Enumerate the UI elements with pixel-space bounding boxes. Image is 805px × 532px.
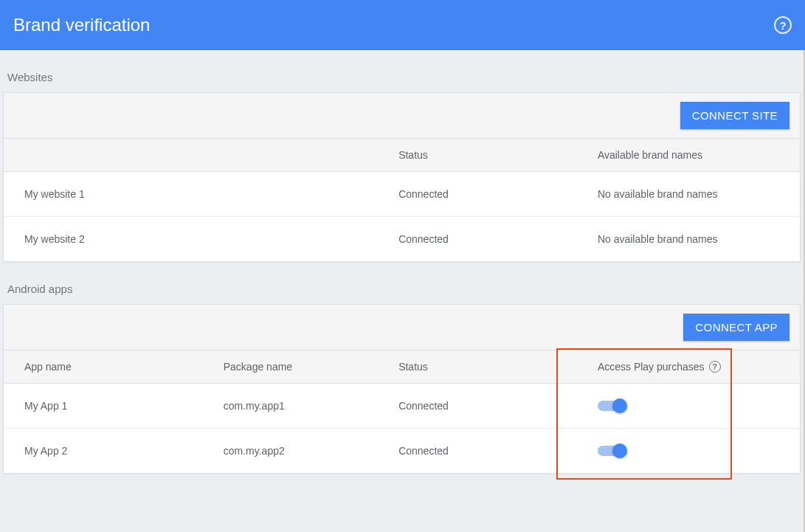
page-title: Brand verification bbox=[13, 15, 150, 35]
website-name: My website 1 bbox=[4, 172, 378, 217]
app-status: Connected bbox=[378, 384, 577, 429]
website-brand: No available brand names bbox=[577, 172, 800, 217]
apps-section-label: Android apps bbox=[3, 262, 801, 304]
websites-col-brand: Available brand names bbox=[577, 139, 800, 172]
website-status: Connected bbox=[378, 217, 577, 262]
apps-card: CONNECT APP App name Package name Status… bbox=[3, 304, 801, 474]
access-play-toggle[interactable] bbox=[598, 401, 626, 411]
websites-col-name bbox=[4, 139, 378, 172]
websites-col-status: Status bbox=[378, 139, 577, 172]
apps-card-actionbar: CONNECT APP bbox=[4, 305, 800, 350]
help-icon[interactable]: ? bbox=[774, 16, 792, 34]
apps-col-access-label: Access Play purchases bbox=[598, 361, 705, 373]
table-row: My App 1 com.my.app1 Connected bbox=[4, 384, 800, 429]
table-row: My website 2 Connected No available bran… bbox=[4, 217, 800, 262]
apps-col-access: Access Play purchases ? bbox=[577, 350, 800, 384]
help-small-icon[interactable]: ? bbox=[709, 361, 721, 373]
connect-site-button[interactable]: CONNECT SITE bbox=[680, 102, 790, 129]
app-status: Connected bbox=[378, 429, 577, 474]
apps-col-status: Status bbox=[378, 350, 577, 384]
page-content: Websites CONNECT SITE Status Available b… bbox=[0, 50, 805, 532]
apps-table: App name Package name Status Access Play… bbox=[4, 350, 800, 473]
table-row: My website 1 Connected No available bran… bbox=[4, 172, 800, 217]
app-package: com.my.app2 bbox=[203, 429, 378, 474]
websites-card: CONNECT SITE Status Available brand name… bbox=[3, 92, 801, 262]
website-name: My website 2 bbox=[4, 217, 378, 262]
app-access-toggle-cell bbox=[577, 429, 800, 474]
table-row: My App 2 com.my.app2 Connected bbox=[4, 429, 800, 474]
websites-table: Status Available brand names My website … bbox=[4, 139, 800, 261]
website-status: Connected bbox=[378, 172, 577, 217]
apps-col-name: App name bbox=[4, 350, 203, 384]
app-name: My App 2 bbox=[4, 429, 203, 474]
app-name: My App 1 bbox=[4, 384, 203, 429]
app-access-toggle-cell bbox=[577, 384, 800, 429]
connect-app-button[interactable]: CONNECT APP bbox=[683, 314, 790, 341]
access-play-toggle[interactable] bbox=[598, 446, 626, 456]
apps-col-package: Package name bbox=[203, 350, 378, 384]
page-header: Brand verification ? bbox=[0, 0, 805, 50]
websites-section-label: Websites bbox=[3, 50, 801, 92]
app-package: com.my.app1 bbox=[203, 384, 378, 429]
websites-card-actionbar: CONNECT SITE bbox=[4, 93, 800, 139]
website-brand: No available brand names bbox=[577, 217, 800, 262]
